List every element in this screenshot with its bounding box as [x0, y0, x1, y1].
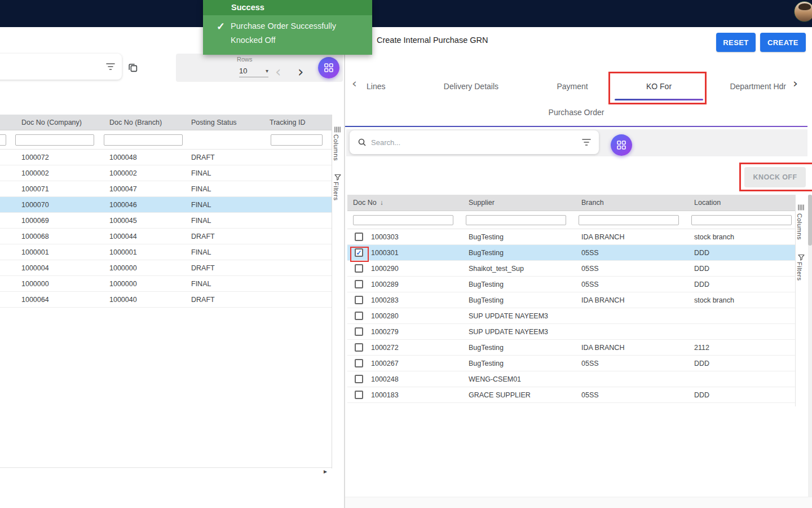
- row-checkbox[interactable]: [355, 233, 363, 241]
- columns-rail-button[interactable]: Columns: [333, 134, 339, 161]
- tab-payment[interactable]: Payment: [557, 72, 588, 100]
- po-row[interactable]: 1000272 BugTesting IDA BRANCH 2112: [347, 340, 795, 356]
- v-scrollbar-thumb[interactable]: [808, 195, 812, 246]
- next-page-button[interactable]: ›: [298, 64, 303, 79]
- header-doc-no[interactable]: Doc No ↓: [347, 199, 463, 207]
- knock-off-button[interactable]: KNOCK OFF: [744, 167, 806, 187]
- filter-input-gutter[interactable]: [0, 134, 6, 146]
- row-checkbox[interactable]: [355, 359, 363, 367]
- cell-location: stock branch: [689, 296, 795, 304]
- cell-branch: IDA BRANCH: [576, 296, 689, 304]
- po-row[interactable]: 1000289 BugTesting 05SS DDD: [347, 277, 795, 292]
- grn-row[interactable]: 1000000 1000000 FINAL: [0, 276, 332, 292]
- grn-row[interactable]: 1000072 1000048 DRAFT: [0, 150, 332, 165]
- tabs-scroll-left[interactable]: ‹: [352, 77, 357, 90]
- cell-branch: 05SS: [576, 281, 689, 288]
- cell-branch: 05SS: [576, 249, 689, 257]
- row-checkbox[interactable]: [355, 264, 363, 273]
- filter-input-branch[interactable]: [579, 215, 679, 225]
- po-row[interactable]: 1000267 BugTesting 05SS DDD: [347, 356, 795, 371]
- grn-row[interactable]: 1000064 1000040 DRAFT: [0, 292, 332, 308]
- header-doc-no-company[interactable]: Doc No (Company): [11, 119, 99, 126]
- filter-list-icon[interactable]: [582, 138, 591, 146]
- cell-posting-status: DRAFT: [181, 296, 259, 304]
- scroll-right-icon[interactable]: ▸: [324, 467, 327, 475]
- filters-rail-button[interactable]: Filters: [796, 262, 803, 281]
- cell-posting-status: FINAL: [181, 217, 259, 225]
- left-search-input[interactable]: [3, 63, 106, 71]
- grid-view-button[interactable]: [318, 57, 339, 78]
- tab-lines[interactable]: Lines: [367, 72, 385, 100]
- h-scrollbar[interactable]: [0, 467, 332, 468]
- po-row[interactable]: 1000279 SUP UPDATE NAYEEM3: [347, 324, 795, 340]
- grn-row[interactable]: 1000001 1000001 FINAL: [0, 244, 332, 260]
- subtab-purchase-order[interactable]: Purchase Order: [345, 108, 807, 117]
- user-avatar[interactable]: [794, 1, 812, 22]
- columns-icon[interactable]: [797, 203, 805, 213]
- prev-page-button[interactable]: ‹: [275, 64, 281, 79]
- row-checkbox-checked[interactable]: ✓: [355, 248, 363, 257]
- cell-doc-no: 1000279: [347, 327, 463, 336]
- row-checkbox[interactable]: [355, 312, 363, 320]
- header-tracking-id[interactable]: Tracking ID: [259, 119, 332, 126]
- header-branch[interactable]: Branch: [576, 199, 689, 207]
- grn-row[interactable]: 1000069 1000045 FINAL: [0, 213, 332, 229]
- header-doc-no-branch[interactable]: Doc No (Branch): [99, 119, 181, 126]
- filter-input-location[interactable]: [691, 215, 792, 225]
- row-checkbox[interactable]: [355, 391, 363, 399]
- po-row[interactable]: 1000283 BugTesting IDA BRANCH stock bran…: [347, 292, 795, 308]
- filter-list-icon[interactable]: [106, 63, 115, 71]
- cell-location: DDD: [689, 249, 795, 257]
- filters-rail-button[interactable]: Filters: [333, 182, 339, 200]
- rows-per-page-select[interactable]: 10 ▾: [239, 64, 268, 77]
- po-row-selected[interactable]: ✓ 1000301 BugTesting 05SS DDD: [347, 245, 795, 261]
- tab-department-hdr[interactable]: Department Hdr: [730, 72, 786, 100]
- po-row[interactable]: 1000303 BugTesting IDA BRANCH stock bran…: [347, 229, 795, 245]
- filter-input-tracking-id[interactable]: [271, 134, 323, 146]
- tab-ko-for[interactable]: KO For: [646, 72, 672, 100]
- filter-input-supplier[interactable]: [466, 215, 566, 225]
- row-checkbox[interactable]: [355, 296, 363, 304]
- po-row[interactable]: 1000248 WENG-CSEM01: [347, 371, 795, 387]
- grn-row[interactable]: 1000068 1000044 DRAFT: [0, 229, 332, 244]
- cell-posting-status: DRAFT: [181, 154, 259, 161]
- doc-no-text: 1000183: [371, 391, 399, 399]
- create-button[interactable]: CREATE: [760, 33, 806, 52]
- po-row[interactable]: 1000280 SUP UPDATE NAYEEM3: [347, 308, 795, 324]
- row-checkbox[interactable]: [355, 375, 363, 383]
- po-search-input[interactable]: [371, 138, 577, 147]
- grn-row[interactable]: 1000004 1000000 DRAFT: [0, 260, 332, 276]
- row-checkbox[interactable]: [355, 280, 363, 288]
- header-location[interactable]: Location: [689, 199, 795, 207]
- copy-icon[interactable]: [126, 61, 139, 73]
- cell-doc-no-company: 1000064: [11, 296, 99, 304]
- reset-button[interactable]: RESET: [716, 33, 756, 52]
- cell-doc-no-branch: 1000000: [99, 264, 181, 272]
- filter-input-doc-no[interactable]: [353, 215, 453, 225]
- cell-supplier: BugTesting: [463, 344, 576, 352]
- header-supplier[interactable]: Supplier: [463, 199, 576, 207]
- cell-doc-no-branch: 1000000: [99, 280, 181, 288]
- po-table-body: 1000303 BugTesting IDA BRANCH stock bran…: [347, 229, 795, 403]
- v-scrollbar[interactable]: [808, 195, 812, 507]
- grn-row[interactable]: 1000002 1000002 FINAL: [0, 165, 332, 181]
- tab-delivery-details[interactable]: Delivery Details: [444, 72, 498, 100]
- po-row[interactable]: 1000183 GRACE SUPPLIER 05SS DDD: [347, 387, 795, 403]
- tabs-scroll-right[interactable]: ›: [793, 77, 798, 90]
- success-toast: Success ✓ Purchase Order Successfully Kn…: [203, 0, 372, 55]
- filter-input-doc-no-company[interactable]: [15, 134, 94, 146]
- filter-input-doc-no-branch[interactable]: [104, 134, 183, 146]
- check-icon: ✓: [356, 249, 361, 256]
- po-row[interactable]: 1000290 Shaikot_test_Sup 05SS DDD: [347, 261, 795, 277]
- row-checkbox[interactable]: [355, 327, 363, 336]
- header-posting-status[interactable]: Posting Status: [181, 119, 259, 126]
- header-doc-no-label: Doc No: [353, 199, 377, 207]
- grn-row-selected[interactable]: 1000070 1000046 FINAL: [0, 197, 332, 213]
- cell-location: DDD: [689, 281, 795, 288]
- row-checkbox[interactable]: [355, 343, 363, 352]
- grn-row[interactable]: 1000071 1000047 FINAL: [0, 181, 332, 197]
- po-grid-view-button[interactable]: [611, 134, 632, 156]
- cell-doc-no-branch: 1000044: [99, 233, 181, 240]
- tab-bar: Lines Delivery Details Payment KO For De…: [367, 72, 786, 100]
- columns-rail-button[interactable]: Columns: [796, 213, 803, 240]
